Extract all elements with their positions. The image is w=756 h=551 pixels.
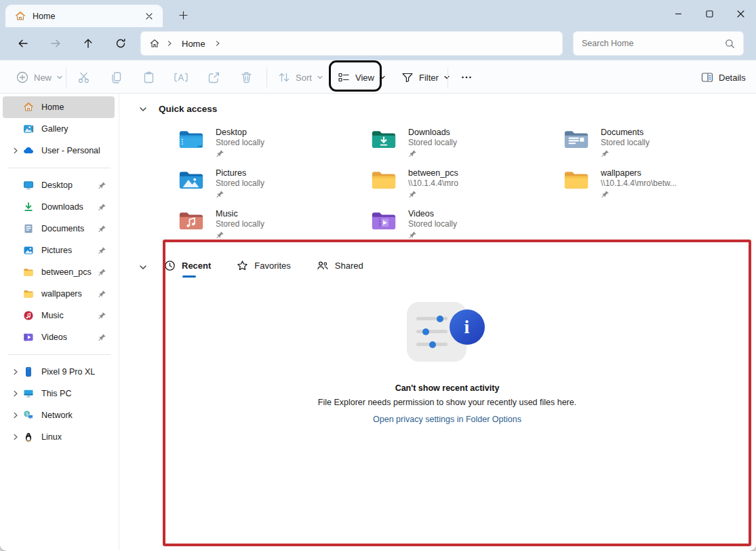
sort-button[interactable]: Sort (271, 65, 330, 90)
sidebar-item-this-pc[interactable]: This PC (3, 383, 115, 404)
quick-access-item-music[interactable]: MusicStored locally (178, 209, 371, 250)
new-tab-button[interactable] (174, 5, 193, 24)
tab-close-icon[interactable] (141, 8, 157, 24)
sidebar-item-label: between_pcs (41, 267, 92, 277)
rename-button[interactable] (169, 65, 193, 90)
quick-access-item-between-pcs[interactable]: between_pcs\\10.1.4.4\mro (371, 168, 563, 209)
breadcrumb[interactable]: Home (140, 31, 563, 56)
chevron-right-icon[interactable] (8, 368, 23, 376)
chevron-down-icon[interactable] (138, 263, 148, 272)
item-location: Stored locally (216, 219, 264, 229)
pin-icon (408, 149, 416, 157)
sidebar-item-pictures[interactable]: Pictures (3, 240, 115, 261)
folder-icon (371, 170, 397, 191)
quick-access-item-desktop[interactable]: DesktopStored locally (178, 128, 371, 168)
sidebar-item-gallery[interactable]: Gallery (3, 118, 115, 140)
command-bar: New Sort View Filter Details (0, 60, 756, 94)
documents-folder-icon (563, 129, 589, 150)
up-button[interactable] (76, 31, 100, 56)
sidebar-device-list: Pixel 9 Pro XLThis PCNetworkLinux (0, 361, 119, 448)
cut-button[interactable] (71, 65, 96, 90)
tab-shared[interactable]: Shared (317, 256, 363, 278)
open-privacy-settings-link[interactable]: Open privacy settings in Folder Options (373, 415, 521, 424)
pin-icon (408, 190, 416, 197)
window-controls (662, 0, 756, 27)
forward-button[interactable] (43, 31, 68, 56)
sidebar-item-linux[interactable]: Linux (3, 426, 115, 448)
chevron-right-icon[interactable] (8, 433, 23, 441)
chevron-right-icon[interactable] (214, 40, 221, 47)
quick-access-item-pictures[interactable]: PicturesStored locally (178, 168, 371, 209)
folder-mini-icon (23, 267, 35, 278)
delete-button[interactable] (234, 65, 258, 90)
quick-access-item-wallpapers[interactable]: wallpapers\\10.1.4.4\mro\betw... (563, 168, 756, 209)
quick-access-item-videos[interactable]: VideosStored locally (371, 209, 563, 250)
breadcrumb-segment-home[interactable]: Home (179, 37, 208, 50)
close-button[interactable] (725, 0, 756, 27)
chevron-right-icon[interactable] (8, 147, 23, 155)
share-button[interactable] (201, 65, 226, 90)
refresh-button[interactable] (108, 31, 133, 56)
item-name: Pictures (216, 168, 264, 178)
item-name: Desktop (216, 128, 264, 138)
chevron-down-icon[interactable] (138, 104, 148, 114)
home-icon (23, 102, 35, 113)
tab-home[interactable]: Home (5, 5, 163, 27)
sidebar-item-videos[interactable]: Videos (3, 326, 115, 348)
item-location: Stored locally (216, 178, 264, 189)
tab-recent[interactable]: Recent (164, 256, 211, 278)
sidebar-item-between-pcs[interactable]: between_pcs (3, 261, 115, 283)
toolbar-divider (66, 67, 66, 88)
search-input[interactable] (582, 39, 725, 48)
chevron-right-icon[interactable] (8, 390, 23, 398)
sidebar-item-network[interactable]: Network (3, 404, 115, 426)
item-location: \\10.1.4.4\mro (408, 178, 458, 189)
pin-icon (216, 149, 223, 157)
item-name: Music (216, 209, 264, 219)
videos-mini-icon (23, 332, 35, 343)
sidebar: HomeGalleryUser - Personal DesktopDownlo… (0, 94, 119, 550)
copy-button[interactable] (104, 65, 128, 90)
quick-access-item-text: between_pcs\\10.1.4.4\mro (408, 168, 458, 209)
item-name: wallpapers (601, 168, 677, 178)
titlebar: Home (0, 0, 756, 27)
sidebar-item-home[interactable]: Home (3, 96, 115, 118)
sidebar-pinned-list: DesktopDownloadsDocumentsPicturesbetween… (0, 174, 119, 348)
tab-favorites[interactable]: Favorites (237, 256, 290, 278)
sidebar-item-documents[interactable]: Documents (3, 218, 115, 240)
quick-access-header[interactable]: Quick access (119, 94, 756, 114)
chevron-right-icon[interactable] (8, 411, 23, 419)
sidebar-item-downloads[interactable]: Downloads (3, 196, 115, 218)
folder-icon (563, 170, 589, 191)
sidebar-item-label: Desktop (41, 180, 73, 190)
item-name: Videos (408, 209, 457, 219)
view-button[interactable]: View (331, 65, 392, 90)
minimize-button[interactable] (662, 0, 694, 27)
sidebar-divider (8, 168, 111, 168)
maximize-button[interactable] (694, 0, 725, 27)
details-button[interactable]: Details (694, 65, 752, 90)
sidebar-item-music[interactable]: Music (3, 305, 115, 326)
more-options-button[interactable] (454, 65, 479, 90)
back-button[interactable] (11, 31, 35, 56)
search-box[interactable] (573, 31, 744, 56)
quick-access-item-downloads[interactable]: DownloadsStored locally (371, 128, 563, 168)
breadcrumb-home-icon[interactable] (149, 38, 160, 49)
sidebar-item-wallpapers[interactable]: wallpapers (3, 283, 115, 305)
details-pane-icon (700, 71, 714, 84)
window-body: HomeGalleryUser - Personal DesktopDownlo… (0, 94, 756, 550)
pin-icon (98, 333, 106, 342)
sidebar-item-user-personal[interactable]: User - Personal (3, 140, 115, 162)
paste-button[interactable] (136, 65, 161, 90)
sidebar-item-label: User - Personal (41, 146, 100, 155)
sidebar-item-label: wallpapers (41, 289, 82, 299)
quick-access-grid: DesktopStored locallyDownloadsStored loc… (178, 128, 756, 250)
quick-access-item-documents[interactable]: DocumentsStored locally (563, 128, 756, 168)
chevron-down-icon (379, 74, 386, 81)
chevron-right-icon[interactable] (166, 40, 173, 47)
sidebar-item-pixel-9-pro-xl[interactable]: Pixel 9 Pro XL (3, 361, 115, 383)
item-location: Stored locally (408, 138, 457, 148)
sidebar-item-desktop[interactable]: Desktop (3, 174, 115, 196)
pin-icon (98, 268, 106, 277)
new-button[interactable]: New (9, 65, 69, 90)
